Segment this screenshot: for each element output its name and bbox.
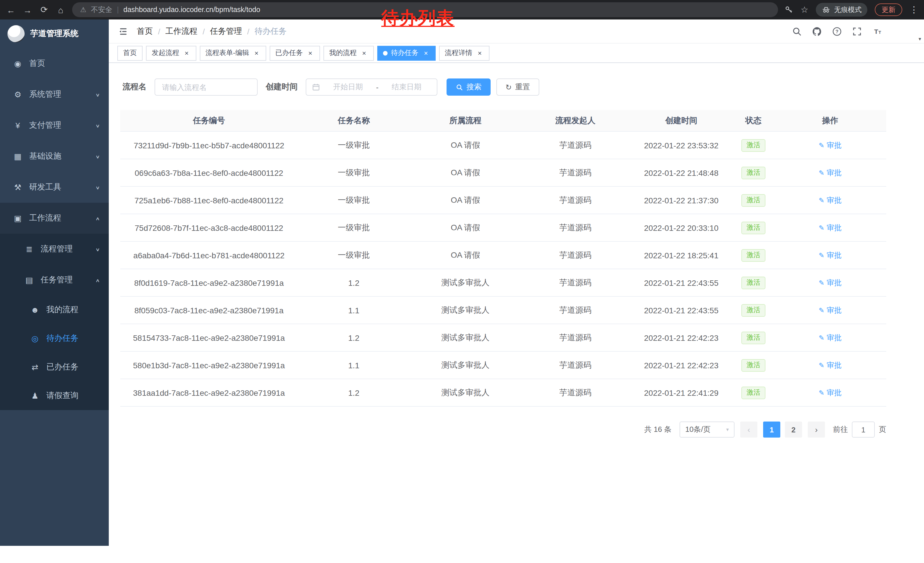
sidebar-item-task-mgmt[interactable]: ▤ 任务管理 ∧ xyxy=(0,264,109,296)
breadcrumb-separator: / xyxy=(202,27,205,36)
briefcase-icon: ▣ xyxy=(12,214,24,223)
user-avatar[interactable]: ▾ xyxy=(894,23,915,40)
next-page-button[interactable]: › xyxy=(808,422,825,438)
task-name-cell: 1.2 xyxy=(298,379,410,406)
sidebar-item-process-mgmt[interactable]: ≣ 流程管理 ∨ xyxy=(0,234,109,264)
back-button[interactable]: ← xyxy=(6,5,16,15)
tab-close-icon[interactable]: × xyxy=(476,49,484,57)
tab-my-process[interactable]: 我的流程 × xyxy=(324,45,374,60)
task-name-cell: 一级审批 xyxy=(298,242,410,269)
tab-close-icon[interactable]: × xyxy=(422,49,430,57)
column-header: 创建时间 xyxy=(630,110,733,131)
sidebar-item-my-process[interactable]: ☻ 我的流程 xyxy=(0,296,109,324)
page-size-value: 10条/页 xyxy=(685,424,711,435)
help-icon[interactable]: ? xyxy=(832,26,842,36)
initiator-cell: 芋道源码 xyxy=(521,297,630,324)
approve-link[interactable]: ✎ 审批 xyxy=(819,278,842,288)
process-name-input[interactable] xyxy=(154,78,258,96)
breadcrumb-item[interactable]: 任务管理 xyxy=(210,26,242,36)
approve-link[interactable]: ✎ 审批 xyxy=(819,387,842,398)
sidebar-item-home[interactable]: ◉ 首页 xyxy=(0,48,109,79)
github-icon[interactable] xyxy=(812,26,822,36)
edit-icon: ✎ xyxy=(819,306,824,314)
breadcrumb-item[interactable]: 工作流程 xyxy=(165,26,198,36)
chevron-icon: ∨ xyxy=(95,246,100,252)
task-name-cell: 一级审批 xyxy=(298,132,410,159)
sidebar-item-infrastructure[interactable]: ▦ 基础设施 ∨ xyxy=(0,141,109,172)
table-row: 73211d9d-7b9b-11ec-b5b7-acde48001122 一级审… xyxy=(120,132,886,159)
tab-close-icon[interactable]: × xyxy=(360,49,368,57)
tab-close-icon[interactable]: × xyxy=(252,49,261,57)
breadcrumb-item: 待办任务 xyxy=(255,26,286,36)
tab-form-edit[interactable]: 流程表单-编辑 × xyxy=(200,45,266,60)
tab-process-detail[interactable]: 流程详情 × xyxy=(439,45,489,60)
search-button[interactable]: 搜索 xyxy=(447,78,490,96)
task-name-cell: 1.2 xyxy=(298,269,410,296)
sidebar-item-leave-query[interactable]: ♟ 请假查询 xyxy=(0,381,109,410)
status-cell-wrap: 激活 xyxy=(733,132,774,159)
reload-button[interactable]: ⟳ xyxy=(39,5,49,15)
tab-label: 首页 xyxy=(123,48,137,58)
tab-start-process[interactable]: 发起流程 × xyxy=(146,45,196,60)
forward-button[interactable]: → xyxy=(22,5,33,15)
bookmark-star-icon[interactable]: ☆ xyxy=(801,5,808,15)
font-size-icon[interactable]: T T xyxy=(872,26,884,36)
task-id-cell: 8f0d1619-7ac8-11ec-a9e2-a2380e71991a xyxy=(120,269,298,296)
chevron-icon: ∨ xyxy=(95,154,100,159)
prev-page-button[interactable]: ‹ xyxy=(740,422,758,438)
approve-link[interactable]: ✎ 审批 xyxy=(819,222,842,233)
sidebar-item-dev-tools[interactable]: ⚒ 研发工具 ∨ xyxy=(0,172,109,203)
share-icon: ⇄ xyxy=(28,363,41,372)
process-cell: OA 请假 xyxy=(410,214,521,241)
password-key-icon[interactable] xyxy=(784,5,793,14)
status-tag: 激活 xyxy=(741,249,765,261)
approve-link[interactable]: ✎ 审批 xyxy=(819,250,842,260)
fullscreen-icon[interactable] xyxy=(852,26,862,36)
search-button-icon xyxy=(456,83,463,91)
sidebar-collapse-icon[interactable] xyxy=(118,26,128,36)
sidebar-item-done-tasks[interactable]: ⇄ 已办任务 xyxy=(0,353,109,381)
pager-pages: 12 xyxy=(763,422,802,438)
status-cell-wrap: 激活 xyxy=(733,242,774,269)
search-icon[interactable] xyxy=(792,26,802,36)
sidebar-item-payment-mgmt[interactable]: ¥ 支付管理 ∨ xyxy=(0,110,109,141)
page-button-2[interactable]: 2 xyxy=(785,422,802,438)
tab-todo-tasks[interactable]: 待办任务 × xyxy=(377,45,436,60)
chrome-toolbar-right: ☆ 无痕模式 更新 ⋮ xyxy=(784,3,918,17)
sidebar-item-todo-tasks[interactable]: ◎ 待办任务 xyxy=(0,324,109,353)
tab-done-tasks[interactable]: 已办任务 × xyxy=(270,45,320,60)
page-size-select[interactable]: 10条/页 ▾ xyxy=(680,422,735,438)
column-header: 任务名称 xyxy=(298,110,410,131)
pagination: 共 16 条 10条/页 ▾ ‹ 12 › 前往 页 xyxy=(120,422,886,455)
sidebar-item-system-mgmt[interactable]: ⚙ 系统管理 ∨ xyxy=(0,79,109,110)
action-cell: ✎ 审批 xyxy=(774,187,886,214)
tab-close-icon[interactable]: × xyxy=(306,49,314,57)
page-button-1[interactable]: 1 xyxy=(763,422,780,438)
initiator-cell: 芋道源码 xyxy=(521,269,630,296)
breadcrumb-item[interactable]: 首页 xyxy=(137,26,153,36)
tab-label: 流程表单-编辑 xyxy=(206,48,249,58)
sidebar-item-workflow[interactable]: ▣ 工作流程 ∧ xyxy=(0,203,109,234)
approve-link[interactable]: ✎ 审批 xyxy=(819,332,842,343)
approve-link[interactable]: ✎ 审批 xyxy=(819,140,842,150)
svg-text:T: T xyxy=(879,30,881,35)
date-range-picker[interactable]: 开始日期 - 结束日期 xyxy=(306,78,437,96)
reset-button[interactable]: ↻ 重置 xyxy=(496,78,539,96)
home-button[interactable]: ⌂ xyxy=(56,5,66,15)
task-id-cell: 8f059c03-7ac8-11ec-a9e2-a2380e71991a xyxy=(120,297,298,324)
approve-link[interactable]: ✎ 审批 xyxy=(819,360,842,370)
approve-link[interactable]: ✎ 审批 xyxy=(819,305,842,315)
tab-close-icon[interactable]: × xyxy=(183,49,190,57)
sidebar: 芋道管理系统 ◉ 首页 ⚙ 系统管理 ∨ ¥ 支付管理 ∨ ▦ 基础设施 ∨ ⚒… xyxy=(0,20,109,546)
app-logo-row[interactable]: 芋道管理系统 xyxy=(0,20,109,48)
approve-link[interactable]: ✎ 审批 xyxy=(819,195,842,205)
table-row: 75d72608-7b7f-11ec-a3c8-acde48001122 一级审… xyxy=(120,214,886,242)
action-label: 审批 xyxy=(826,168,842,178)
total-count: 共 16 条 xyxy=(644,424,672,435)
tab-home[interactable]: 首页 xyxy=(117,45,142,60)
goto-page-input[interactable] xyxy=(852,422,875,438)
task-name-cell: 一级审批 xyxy=(298,159,410,186)
browser-menu-icon[interactable]: ⋮ xyxy=(910,5,918,15)
approve-link[interactable]: ✎ 审批 xyxy=(819,168,842,178)
update-button[interactable]: 更新 xyxy=(875,3,902,16)
